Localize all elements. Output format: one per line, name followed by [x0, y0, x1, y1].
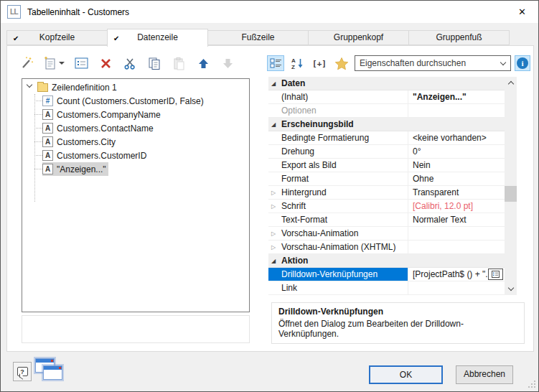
- tree-item-customerid[interactable]: A Customers.CustomerID: [22, 149, 249, 162]
- property-row-schrift[interactable]: ▷ Schrift [Calibri, 12.0 pt]: [268, 200, 505, 213]
- star-icon: [334, 57, 349, 70]
- tree-toolbar: [17, 55, 237, 72]
- expand-triangle-icon[interactable]: ▷: [268, 200, 278, 213]
- selected-tree-item: A "Anzeigen...": [42, 162, 108, 176]
- collapse-triangle-icon: ◢: [268, 118, 278, 131]
- arrow-up-icon: [198, 57, 209, 70]
- property-row-bedingte-formatierung[interactable]: Bedingte Formatierung <keine vorhanden>: [268, 131, 505, 145]
- tab-content-panel: A Z [+] i: [6, 45, 534, 352]
- move-down-button[interactable]: [218, 55, 237, 72]
- property-section-aktion[interactable]: ◢ Aktion: [268, 254, 505, 268]
- title-bar: LL Tabelleninhalt - Customers ✕: [1, 1, 538, 23]
- collapse-triangle-icon: ◢: [268, 77, 278, 90]
- window-icon: [43, 365, 62, 380]
- tab-label: Gruppenkopf: [334, 32, 383, 42]
- info-button[interactable]: i: [515, 55, 530, 71]
- property-row-drilldown-verknuepfungen[interactable]: Drilldown-Verknüpfungen [ProjectPath$ ()…: [268, 268, 505, 281]
- delete-button[interactable]: [96, 55, 115, 72]
- tree-collapse-icon: [27, 82, 32, 88]
- delete-icon: [100, 57, 112, 70]
- checkmark-icon: ✔: [113, 30, 119, 47]
- move-up-button[interactable]: [194, 55, 212, 72]
- tab-kopfzeile[interactable]: ✔ Kopfzeile: [6, 30, 108, 45]
- tab-fusszeile[interactable]: Fußzeile: [207, 30, 309, 45]
- tree-item-count[interactable]: # Count (Customers.CustomerID, False): [22, 94, 249, 108]
- combo-dropdown-button[interactable]: [496, 62, 510, 65]
- chevron-up-icon: [507, 81, 513, 87]
- property-row-link[interactable]: Link: [268, 281, 505, 295]
- favorites-button[interactable]: [332, 55, 351, 72]
- tab-label: Fußzeile: [241, 32, 274, 42]
- chevron-down-icon: [500, 59, 506, 65]
- text-field-icon: A: [42, 164, 53, 174]
- text-field-icon: A: [42, 109, 53, 120]
- property-section-daten[interactable]: ◢ Daten: [268, 77, 505, 90]
- edit-properties-button[interactable]: [72, 55, 90, 72]
- property-row-text-format[interactable]: Text-Format Normaler Text: [268, 213, 505, 227]
- tree-item-city[interactable]: A Customers.City: [22, 135, 249, 149]
- property-row-drehung[interactable]: Drehung 0°: [268, 145, 505, 159]
- property-row-format[interactable]: Format Ohne: [268, 172, 505, 186]
- append-line-definition-button[interactable]: [42, 55, 66, 72]
- tab-datenzeile[interactable]: ✔ Datenzeile: [107, 29, 208, 47]
- expand-triangle-icon[interactable]: ▷: [268, 186, 278, 199]
- view-categorized-button[interactable]: [267, 55, 284, 71]
- help-bubble-icon: ?: [17, 367, 28, 376]
- expand-all-icon: [+]: [312, 59, 327, 68]
- expand-triangle-icon[interactable]: ▷: [268, 227, 278, 240]
- property-row-vorschau-animation[interactable]: ▷ Vorschau-Animation: [268, 227, 505, 241]
- chevron-down-icon: [507, 285, 513, 291]
- paste-button[interactable]: [169, 55, 188, 72]
- cancel-button[interactable]: Abbrechen: [456, 365, 513, 384]
- copy-button[interactable]: [145, 55, 164, 72]
- tree-item-companyname[interactable]: A Customers.CompanyName: [22, 108, 249, 121]
- open-drilldown-dialog-button[interactable]: [488, 269, 503, 280]
- line-definition-tree: Zeilendefinition 1 # Count (Customers.Cu…: [22, 78, 250, 312]
- property-grid-scrollbar[interactable]: [505, 77, 517, 295]
- tab-gruppenkopf[interactable]: Gruppenkopf: [308, 30, 409, 45]
- app-logo-icon: LL: [7, 5, 21, 19]
- property-row-export-als-bild[interactable]: Export als Bild Nein: [268, 159, 505, 172]
- tab-gruppenfuss[interactable]: Gruppenfuß: [408, 30, 510, 45]
- tree-item-contactname[interactable]: A Customers.ContactName: [22, 121, 249, 135]
- scroll-down-button[interactable]: [505, 283, 517, 295]
- resize-grip[interactable]: [534, 386, 535, 388]
- property-row-hintergrund[interactable]: ▷ Hintergrund Transparent: [268, 186, 505, 200]
- edit-list-icon: [492, 271, 500, 278]
- tree-root-zeilendefinition[interactable]: Zeilendefinition 1: [22, 80, 249, 94]
- footer-bar: ? OK Abbrechen: [1, 352, 539, 392]
- property-row-vorschau-animation-xhtml[interactable]: ▷ Vorschau-Animation (XHTML): [268, 241, 505, 254]
- drilldown-value: [ProjectPath$ () + "...: [413, 268, 488, 281]
- ok-button[interactable]: OK: [369, 365, 443, 384]
- sort-az-icon: A Z: [291, 57, 304, 70]
- expand-triangle-icon[interactable]: ▷: [268, 241, 278, 253]
- property-row-inhalt[interactable]: (Inhalt) "Anzeigen...": [268, 90, 505, 104]
- dialog-window: LL Tabelleninhalt - Customers ✕ ✔ Kopfze…: [0, 0, 539, 392]
- condition-panel: [22, 315, 250, 343]
- formula-wizard-button[interactable]: [17, 55, 36, 72]
- tree-item-anzeigen[interactable]: A "Anzeigen...": [22, 162, 249, 176]
- svg-text:Z: Z: [291, 64, 295, 70]
- tab-label: Datenzeile: [137, 32, 178, 42]
- arrow-down-icon: [222, 57, 233, 70]
- tab-strip: ✔ Kopfzeile ✔ Datenzeile Fußzeile Gruppe…: [6, 29, 509, 45]
- property-search-input[interactable]: [355, 57, 496, 70]
- tab-label: Kopfzeile: [39, 32, 75, 42]
- expand-all-button[interactable]: [+]: [310, 55, 329, 72]
- tree-item-label: Count (Customers.CustomerID, False): [57, 96, 204, 106]
- text-field-icon: A: [42, 136, 53, 147]
- tree-root-label: Zeilendefinition 1: [52, 83, 117, 93]
- property-section-erscheinungsbild[interactable]: ◢ Erscheinungsbild: [268, 118, 505, 131]
- help-button[interactable]: ?: [13, 362, 32, 381]
- scroll-up-button[interactable]: [505, 77, 517, 89]
- close-button[interactable]: ✕: [506, 1, 538, 23]
- checkmark-icon: ✔: [13, 32, 19, 45]
- sort-alphabetical-button[interactable]: A Z: [288, 55, 306, 72]
- tree-item-label: Customers.City: [57, 137, 116, 147]
- close-icon: ✕: [518, 6, 526, 17]
- cascade-windows-button[interactable]: [35, 358, 64, 381]
- property-row-optionen[interactable]: Optionen: [268, 104, 505, 118]
- categorized-view-icon: [270, 57, 282, 69]
- scrollbar-thumb[interactable]: [505, 186, 517, 202]
- cut-button[interactable]: [121, 55, 139, 72]
